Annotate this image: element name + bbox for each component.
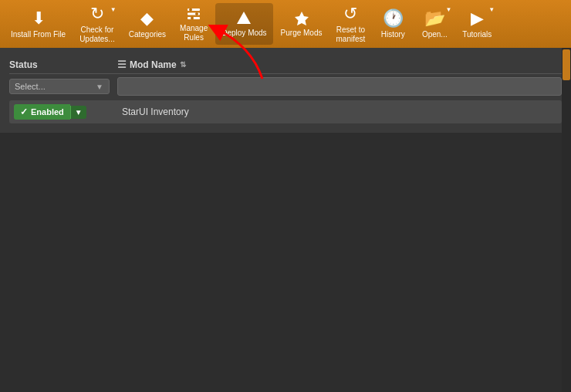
sort-icon: ⇅ <box>180 60 186 69</box>
svg-point-3 <box>189 8 192 12</box>
toolbar-check-label: Check forUpdates... <box>79 25 115 44</box>
filter-row: Select... Enabled Disabled ▼ <box>9 77 562 96</box>
toolbar-manage-rules[interactable]: ManageRules <box>174 3 214 45</box>
svg-marker-7 <box>295 12 309 25</box>
mod-row: ✓ Enabled ▼ StarUI Inventory <box>9 100 562 123</box>
modname-column-header[interactable]: ☰ Mod Name ⇅ <box>117 59 562 70</box>
toolbar-history-label: History <box>381 30 405 39</box>
toolbar-categories[interactable]: ◆ Categories <box>123 3 172 45</box>
check-dropdown-arrow: ▼ <box>110 6 117 13</box>
toolbar-reset-label: Reset tomanifest <box>336 25 366 44</box>
purge-mods-icon <box>293 10 310 27</box>
modname-header-label: Mod Name <box>130 59 177 70</box>
categories-icon: ◆ <box>140 8 154 29</box>
main-content: Status ☰ Mod Name ⇅ Select... Enabled Di… <box>0 48 571 133</box>
open-dropdown-arrow: ▼ <box>445 6 451 13</box>
svg-point-4 <box>195 12 198 15</box>
toolbar-categories-label: Categories <box>129 30 166 39</box>
toolbar-manage-rules-label: ManageRules <box>180 24 208 42</box>
toolbar-purge-mods[interactable]: Purge Mods <box>275 3 329 45</box>
status-header-label: Status <box>9 59 38 70</box>
toolbar-check-for-updates[interactable]: ↻ Check forUpdates... ▼ <box>73 3 121 45</box>
toolbar-history[interactable]: 🕐 History <box>373 3 413 45</box>
enabled-label: Enabled <box>31 107 64 117</box>
toolbar-install-label: Install From File <box>11 30 66 39</box>
scrollbar[interactable] <box>562 48 571 392</box>
toolbar-purge-mods-label: Purge Mods <box>281 29 323 38</box>
toolbar-deploy-mods[interactable]: Deploy Mods <box>215 3 272 45</box>
toolbar-reset-to-manifest[interactable]: ↺ Reset tomanifest <box>330 3 372 45</box>
check-updates-icon: ↻ <box>90 4 104 24</box>
tutorials-dropdown-arrow: ▼ <box>488 6 495 13</box>
toolbar-tutorials[interactable]: ▶ Tutorials ▼ <box>456 3 498 45</box>
mod-name-cell: StarUI Inventory <box>122 106 557 117</box>
status-filter-wrap: Select... Enabled Disabled ▼ <box>9 79 117 94</box>
toolbar-open-label: Open... <box>422 30 448 39</box>
toolbar-deploy-mods-label: Deploy Mods <box>221 29 266 38</box>
scrollbar-thumb[interactable] <box>563 49 570 80</box>
toolbar-tutorials-label: Tutorials <box>462 30 492 39</box>
mod-status-cell: ✓ Enabled ▼ <box>14 104 122 120</box>
enabled-dropdown-button[interactable]: ▼ <box>70 106 86 119</box>
open-icon: 📂 <box>424 8 445 29</box>
status-filter-select[interactable]: Select... Enabled Disabled <box>9 79 110 94</box>
tutorials-icon: ▶ <box>471 8 484 29</box>
svg-point-5 <box>191 17 194 20</box>
mod-name-filter-input[interactable] <box>117 77 562 96</box>
toolbar-open[interactable]: 📂 Open... ▼ <box>414 3 454 45</box>
history-icon: 🕐 <box>383 8 404 29</box>
main-toolbar: ⬇ Install From File ↻ Check forUpdates..… <box>0 0 571 48</box>
mod-name-text: StarUI Inventory <box>122 106 189 117</box>
column-headers: Status ☰ Mod Name ⇅ <box>9 56 562 74</box>
toolbar-install-from-file[interactable]: ⬇ Install From File <box>5 3 72 45</box>
column-reorder-icon: ☰ <box>117 59 127 70</box>
enabled-badge: ✓ Enabled <box>14 104 70 120</box>
svg-marker-6 <box>237 12 251 24</box>
reset-icon: ↺ <box>343 4 357 24</box>
install-from-file-icon: ⬇ <box>32 8 46 29</box>
status-column-header: Status <box>9 59 117 70</box>
checkmark-icon: ✓ <box>20 106 28 117</box>
deploy-mods-icon <box>235 10 252 27</box>
manage-rules-icon <box>185 5 202 22</box>
